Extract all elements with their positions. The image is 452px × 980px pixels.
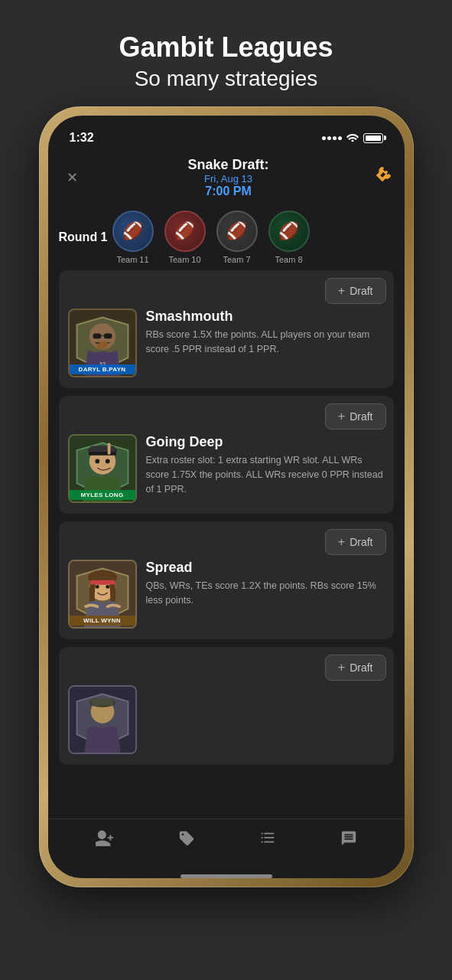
svg-point-19 bbox=[95, 585, 99, 589]
svg-rect-3 bbox=[103, 334, 112, 339]
card-body-fourth bbox=[59, 681, 394, 765]
svg-rect-11 bbox=[88, 452, 115, 456]
settings-button[interactable] bbox=[374, 167, 391, 188]
nav-item-list[interactable] bbox=[252, 827, 284, 854]
draft-label: Snake Draft: bbox=[187, 157, 268, 173]
strategy-name-spread: Spread bbox=[146, 560, 385, 576]
team11-label: Team 11 bbox=[116, 255, 148, 264]
draft-btn-row-4: + Draft bbox=[59, 647, 394, 681]
phone-frame: 1:32 bbox=[39, 106, 414, 887]
strategies-list[interactable]: + Draft bbox=[48, 270, 405, 818]
page-title: Gambit Leagues bbox=[119, 31, 333, 64]
svg-rect-2 bbox=[93, 334, 101, 339]
char-daryl-label: DARYL B.PAYN bbox=[70, 364, 135, 374]
card-body-smashmouth: 32 DARYL B.PAYN Smashmouth RBs score 1.5… bbox=[59, 304, 394, 388]
strategy-card-fourth: + Draft bbox=[59, 647, 394, 765]
plus-icon-4: + bbox=[338, 661, 345, 675]
nav-item-tag[interactable] bbox=[171, 827, 203, 854]
app-header: ✕ Snake Draft: Fri, Aug 13 7:00 PM bbox=[48, 149, 405, 204]
svg-point-20 bbox=[106, 585, 109, 589]
draft-button-smashmouth[interactable]: + Draft bbox=[325, 278, 386, 304]
team7-label: Team 7 bbox=[223, 255, 250, 264]
svg-point-12 bbox=[95, 459, 99, 464]
strategy-name-going-deep: Going Deep bbox=[146, 434, 385, 450]
status-time: 1:32 bbox=[70, 131, 94, 145]
team-item-11[interactable]: 🏈 Team 11 bbox=[112, 211, 154, 264]
strategy-desc-going-deep: Extra roster slot: 1 extra starting WR s… bbox=[146, 453, 385, 496]
team10-label: Team 10 bbox=[168, 255, 200, 264]
status-icons bbox=[322, 132, 383, 144]
plus-icon: + bbox=[338, 284, 345, 298]
list-icon bbox=[259, 830, 276, 851]
battery-icon bbox=[363, 133, 383, 143]
draft-time: 7:00 PM bbox=[205, 185, 251, 198]
team11-avatar: 🏈 bbox=[112, 211, 154, 252]
strategy-card-going-deep: + Draft bbox=[59, 396, 394, 514]
card-text-smashmouth: Smashmouth RBs score 1.5X the points. AL… bbox=[146, 309, 385, 357]
bottom-nav bbox=[48, 818, 405, 870]
tag-icon bbox=[178, 830, 195, 851]
char-myles-label: MYLES LONG bbox=[70, 490, 135, 500]
team-item-10[interactable]: 🏈 Team 10 bbox=[164, 211, 206, 264]
card-body-going-deep: MYLES LONG Going Deep Extra roster slot:… bbox=[59, 430, 394, 514]
round-row: Round 1 🏈 Team 11 🏈 Team 10 bbox=[48, 204, 405, 270]
character-fourth bbox=[68, 685, 137, 754]
plus-icon-3: + bbox=[338, 535, 345, 549]
svg-rect-14 bbox=[107, 443, 110, 455]
teams-scroll[interactable]: 🏈 Team 11 🏈 Team 10 🏈 Te bbox=[112, 211, 394, 264]
team8-avatar: 🏈 bbox=[268, 211, 310, 252]
team-item-8[interactable]: 🏈 Team 8 bbox=[268, 211, 310, 264]
draft-date: Fri, Aug 13 bbox=[204, 173, 252, 185]
draft-button-spread[interactable]: + Draft bbox=[325, 529, 386, 555]
strategy-desc-smashmouth: RBs score 1.5X the points. ALL players o… bbox=[146, 328, 385, 357]
chat-icon bbox=[340, 830, 357, 851]
draft-btn-row-3: + Draft bbox=[59, 521, 394, 555]
nav-item-chat[interactable] bbox=[333, 827, 365, 854]
strategy-card-smashmouth: + Draft bbox=[59, 270, 394, 388]
wifi-icon bbox=[346, 132, 359, 144]
phone-notch bbox=[169, 116, 284, 137]
nav-item-add-user[interactable] bbox=[88, 827, 122, 854]
team-item-7[interactable]: 🏈 Team 7 bbox=[216, 211, 258, 264]
draft-btn-row-1: + Draft bbox=[59, 270, 394, 304]
character-will: WILL WYNN bbox=[68, 560, 137, 629]
close-button[interactable]: ✕ bbox=[62, 169, 83, 186]
char-will-label: WILL WYNN bbox=[70, 616, 135, 626]
plus-icon-2: + bbox=[338, 410, 345, 423]
round-label: Round 1 bbox=[59, 230, 112, 244]
character-daryl: 32 DARYL B.PAYN bbox=[68, 309, 137, 377]
svg-rect-24 bbox=[91, 698, 113, 706]
card-text-spread: Spread QBs, WRs, TEs score 1.2X the poin… bbox=[146, 560, 385, 608]
card-text-going-deep: Going Deep Extra roster slot: 1 extra st… bbox=[146, 434, 385, 496]
home-indicator bbox=[180, 874, 272, 878]
team7-avatar: 🏈 bbox=[216, 211, 258, 252]
strategy-desc-spread: QBs, WRs, TEs score 1.2X the points. RBs… bbox=[146, 579, 385, 608]
draft-button-fourth[interactable]: + Draft bbox=[325, 655, 386, 681]
card-body-spread: WILL WYNN Spread QBs, WRs, TEs score 1.2… bbox=[59, 555, 394, 639]
svg-point-13 bbox=[105, 459, 109, 464]
svg-rect-18 bbox=[89, 580, 114, 585]
page-header: Gambit Leagues So many strategies bbox=[103, 0, 348, 106]
header-center: Snake Draft: Fri, Aug 13 7:00 PM bbox=[187, 157, 268, 198]
strategy-name-smashmouth: Smashmouth bbox=[146, 309, 385, 325]
add-user-icon bbox=[96, 830, 114, 851]
strategy-card-spread: + Draft bbox=[59, 521, 394, 639]
character-myles: MYLES LONG bbox=[68, 434, 137, 503]
phone-screen: 1:32 bbox=[48, 116, 405, 878]
signal-icon bbox=[322, 136, 342, 140]
team10-avatar: 🏈 bbox=[164, 211, 206, 252]
draft-button-going-deep[interactable]: + Draft bbox=[325, 403, 386, 430]
page-subtitle: So many strategies bbox=[119, 67, 333, 91]
app-content: ✕ Snake Draft: Fri, Aug 13 7:00 PM Round… bbox=[48, 149, 405, 878]
team8-label: Team 8 bbox=[275, 255, 302, 264]
draft-btn-row-2: + Draft bbox=[59, 396, 394, 430]
